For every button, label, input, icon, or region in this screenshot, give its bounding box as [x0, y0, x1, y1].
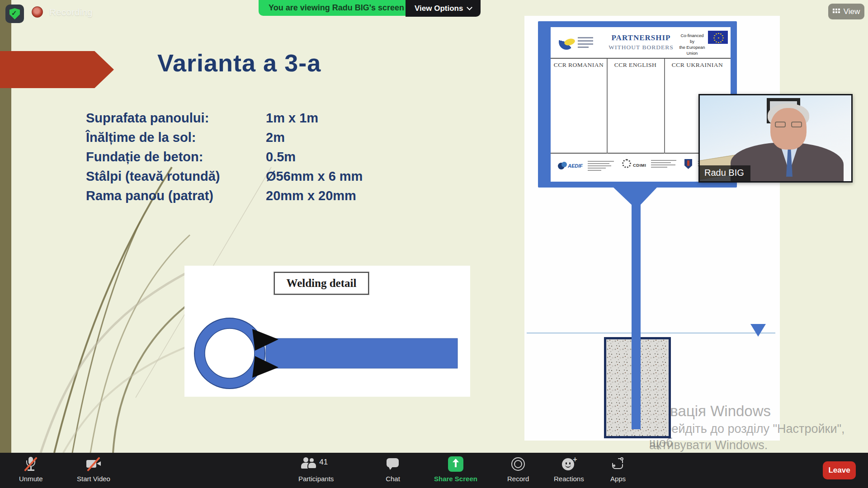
share-screen-button[interactable]: Share Screen — [434, 455, 477, 483]
chat-label: Chat — [386, 475, 400, 483]
participants-button[interactable]: 41 Participants — [298, 455, 334, 483]
spec-row: Fundație de beton: 0.5m — [86, 147, 416, 167]
zoom-meeting-window: Varianta a 3-a Suprafata panoului: 1m x … — [0, 0, 868, 488]
column-header-ukrainian: CCR UKRAINIAN — [664, 61, 731, 69]
ground-line — [527, 333, 775, 333]
share-screen-icon — [447, 455, 464, 473]
reactions-label: Reactions — [554, 475, 584, 483]
spec-label: Fundație de beton: — [86, 150, 266, 164]
participants-icon: 41 — [300, 455, 332, 473]
camera-off-icon — [85, 455, 102, 473]
start-video-button[interactable]: Start Video — [77, 455, 110, 483]
chat-button[interactable]: Chat — [384, 455, 401, 483]
spec-row: Înălțime de la sol: 2m — [86, 128, 416, 147]
logo-caption-text — [651, 160, 677, 169]
apps-label: Apps — [610, 475, 626, 483]
participants-label: Participants — [298, 475, 334, 483]
glasses-icon — [775, 122, 802, 128]
spec-value: 1m x 1m — [266, 111, 416, 126]
recording-icon — [32, 6, 43, 18]
zoom-toolbar: Unmute Start Video 41 Participants Chat — [0, 453, 868, 488]
sign-diagram-panel: PARTNERSHIP WITHOUT BORDERS Co-financed … — [524, 16, 780, 441]
welding-detail-label: Welding detail — [274, 272, 369, 295]
logo-caption-text — [588, 161, 614, 172]
spec-value: 2m — [266, 130, 416, 145]
start-video-label: Start Video — [77, 475, 110, 483]
view-button[interactable]: View — [828, 4, 864, 19]
spec-value: Ø56mm x 6 mm — [266, 169, 416, 184]
slide-title: Varianta a 3-a — [157, 49, 474, 77]
recording-label: Recording — [49, 7, 93, 18]
reactions-button[interactable]: + Reactions — [554, 455, 584, 483]
security-shield-button[interactable]: ✓ — [5, 5, 24, 23]
spec-list: Suprafata panoului: 1m x 1m Înălțime de … — [86, 108, 416, 206]
welding-detail-panel: Welding detail — [184, 266, 470, 397]
unmute-button[interactable]: Unmute — [19, 455, 43, 483]
partnership-title: PARTNERSHIP WITHOUT BORDERS — [604, 33, 678, 51]
spec-value: 0.5m — [266, 150, 416, 164]
spec-row: Rama panou (patrat) 20mm x 20mm — [86, 186, 416, 206]
viewing-screen-banner: You are viewing Radu BIG's screen — [259, 0, 414, 16]
leave-button[interactable]: Leave — [823, 461, 856, 479]
crest-logo-icon — [684, 159, 692, 169]
view-options-label: View Options — [415, 4, 463, 13]
record-label: Record — [507, 475, 529, 483]
partnership-logo-icon — [559, 32, 598, 53]
eu-flag-icon — [708, 31, 728, 44]
spec-row: Suprafata panoului: 1m x 1m — [86, 108, 416, 128]
column-header-romanian: CCR ROMANIAN — [551, 61, 607, 69]
microphone-muted-icon — [22, 455, 39, 473]
participants-count: 41 — [319, 458, 328, 467]
windows-activation-watermark: активувати Windows. — [649, 438, 768, 452]
grid-view-icon — [833, 9, 840, 14]
sign-board-header: PARTNERSHIP WITHOUT BORDERS Co-financed … — [551, 27, 731, 59]
spec-label: Suprafata panoului: — [86, 111, 266, 126]
participant-face — [770, 108, 807, 150]
view-button-label: View — [844, 7, 860, 16]
apps-button[interactable]: Apps — [609, 455, 627, 483]
reactions-icon: + — [560, 455, 577, 473]
share-screen-label: Share Screen — [434, 475, 477, 483]
shield-icon: ✓ — [9, 8, 20, 19]
sign-post — [632, 205, 641, 429]
chevron-down-icon — [467, 5, 473, 10]
spec-row: Stâlpi (teavă rotundă) Ø56mm x 6 mm — [86, 167, 416, 186]
shared-screen-slide: Varianta a 3-a Suprafata panoului: 1m x … — [0, 0, 868, 453]
participant-name-tag: Radu BIG — [700, 165, 750, 181]
column-header-english: CCR ENGLISH — [607, 61, 664, 69]
spec-label: Stâlpi (teavă rotundă) — [86, 169, 266, 184]
spec-value: 20mm x 20mm — [266, 188, 416, 203]
spec-label: Înălțime de la sol: — [86, 130, 266, 145]
sign-post-bracket — [613, 188, 657, 205]
ground-level-marker — [750, 324, 766, 337]
chat-icon — [384, 455, 401, 473]
participant-video-thumbnail[interactable]: Radu BIG — [698, 94, 853, 183]
apps-icon — [609, 455, 627, 473]
spec-label: Rama panou (patrat) — [86, 188, 266, 203]
view-options-button[interactable]: View Options — [406, 0, 481, 17]
record-icon — [509, 455, 527, 473]
cofinanced-text: Co-financed by the European Union — [678, 33, 706, 56]
record-button[interactable]: Record — [507, 455, 529, 483]
slide-arrow-accent — [0, 51, 114, 88]
unmute-label: Unmute — [19, 475, 43, 483]
recording-indicator: Recording — [32, 6, 93, 18]
